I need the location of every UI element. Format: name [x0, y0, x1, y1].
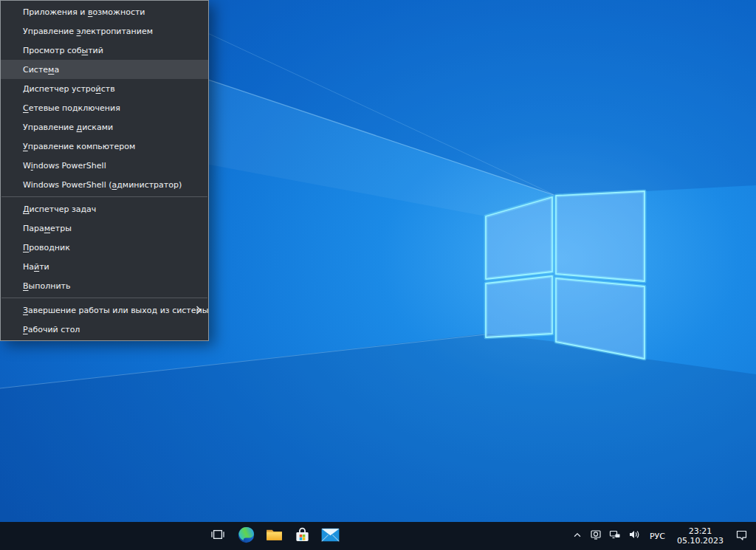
network-icon [609, 529, 621, 543]
tray-display-button[interactable] [586, 522, 605, 550]
menu-item-label: Найти [23, 262, 49, 272]
menu-item-powershell-admin[interactable]: Windows PowerShell (администратор) [1, 175, 208, 194]
action-center-button[interactable] [729, 522, 756, 550]
menu-item-label: Управление электропитанием [23, 27, 153, 36]
taskbar-file-explorer-button[interactable] [260, 522, 288, 550]
menu-item-label: Параметры [23, 224, 72, 233]
volume-icon [628, 529, 640, 543]
menu-item-label: Управление дисками [23, 123, 113, 132]
tray-date: 05.10.2023 [677, 536, 724, 546]
menu-separator [1, 196, 207, 197]
taskbar-edge-button[interactable] [232, 522, 260, 550]
menu-item-computer-management[interactable]: Управление компьютером [1, 137, 208, 156]
display-icon [590, 529, 602, 543]
desktop: Корзина Microsoft Edge Приложения и возм… [0, 0, 756, 550]
tray-network-button[interactable] [605, 522, 625, 550]
menu-item-label: Просмотр событий [23, 46, 103, 55]
task-view-icon [210, 527, 225, 545]
menu-item-disk-management[interactable]: Управление дисками [1, 117, 208, 137]
winx-menu: Приложения и возможностиУправление элект… [0, 0, 209, 341]
menu-item-system[interactable]: Система [1, 60, 208, 79]
menu-item-label: Выполнить [23, 281, 70, 291]
menu-item-label: Рабочий стол [23, 325, 80, 334]
menu-item-settings[interactable]: Параметры [1, 219, 208, 238]
menu-item-label: Проводник [23, 243, 70, 252]
edge-icon [237, 526, 255, 547]
menu-item-search[interactable]: Найти [1, 257, 208, 276]
menu-item-powershell[interactable]: Windows PowerShell [1, 156, 208, 175]
menu-item-apps-features[interactable]: Приложения и возможности [1, 2, 208, 21]
tray-chevron-up-button[interactable] [568, 522, 586, 550]
menu-item-task-manager[interactable]: Диспетчер задач [1, 199, 208, 219]
store-icon [293, 526, 312, 547]
menu-item-label: Управление компьютером [23, 142, 135, 151]
system-tray: РУС 23:21 05.10.2023 [568, 522, 756, 550]
file-explorer-icon [265, 526, 284, 547]
taskbar-store-button[interactable] [288, 522, 316, 550]
menu-item-device-manager[interactable]: Диспетчер устройств [1, 79, 208, 98]
menu-item-run[interactable]: Выполнить [1, 276, 208, 295]
taskbar-mail-button[interactable] [316, 522, 344, 550]
taskbar-pinned-apps [204, 522, 344, 550]
action-center-icon [735, 529, 748, 544]
taskbar: РУС 23:21 05.10.2023 [0, 522, 756, 550]
menu-item-label: Сетевые подключения [23, 103, 120, 113]
menu-separator [1, 298, 207, 298]
tray-clock[interactable]: 23:21 05.10.2023 [671, 522, 729, 550]
tray-language-indicator[interactable]: РУС [644, 522, 671, 550]
windows-logo [486, 191, 645, 359]
menu-item-file-explorer[interactable]: Проводник [1, 238, 208, 257]
menu-item-label: Система [23, 65, 59, 75]
tray-volume-button[interactable] [625, 522, 644, 550]
menu-item-label: Windows PowerShell [23, 161, 106, 171]
chevron-up-icon [572, 529, 583, 543]
submenu-chevron-icon [196, 306, 202, 314]
menu-item-label: Диспетчер устройств [23, 84, 115, 94]
menu-item-label: Windows PowerShell (администратор) [23, 180, 182, 190]
mail-icon [321, 527, 340, 546]
menu-item-power-options[interactable]: Управление электропитанием [1, 21, 208, 41]
menu-item-event-viewer[interactable]: Просмотр событий [1, 41, 208, 60]
menu-item-label: Диспетчер задач [23, 204, 96, 214]
tray-time: 23:21 [677, 526, 724, 536]
menu-item-shutdown[interactable]: Завершение работы или выход из системы [1, 300, 208, 320]
menu-item-desktop[interactable]: Рабочий стол [1, 320, 208, 339]
menu-item-network-connections[interactable]: Сетевые подключения [1, 98, 208, 117]
menu-item-label: Приложения и возможности [23, 7, 145, 17]
task-view-button[interactable] [204, 522, 232, 550]
menu-item-label: Завершение работы или выход из системы [23, 306, 209, 315]
